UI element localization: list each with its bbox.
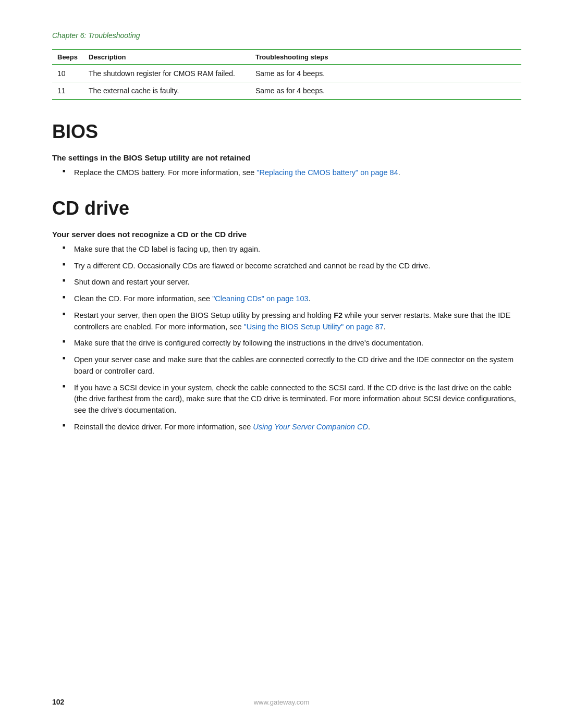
bios-section: BIOS The settings in the BIOS Setup util…: [52, 121, 521, 179]
col-header-beeps: Beeps: [52, 50, 83, 65]
list-item: Try a different CD. Occasionally CDs are…: [63, 261, 521, 272]
beeps-table: Beeps Description Troubleshooting steps …: [52, 49, 521, 100]
table-row: 11The external cache is faulty.Same as f…: [52, 82, 521, 100]
list-item: Replace the CMOS battery. For more infor…: [63, 167, 521, 179]
cleaning-cds-link[interactable]: "Cleaning CDs" on page 103: [212, 294, 308, 303]
bios-setup-utility-link[interactable]: "Using the BIOS Setup Utility" on page 8…: [244, 323, 384, 331]
cd-drive-subsection-heading: Your server does not recognize a CD or t…: [52, 230, 521, 239]
bullet-text: If you have a SCSI device in your system…: [74, 384, 516, 415]
list-item: If you have a SCSI device in your system…: [63, 382, 521, 416]
cd-drive-title: CD drive: [52, 198, 521, 219]
col-header-steps: Troubleshooting steps: [250, 50, 521, 65]
bios-bullet-text-before: Replace the CMOS battery. For more infor…: [74, 168, 256, 177]
cmos-battery-link[interactable]: "Replacing the CMOS battery" on page 84: [256, 168, 398, 177]
table-header-row: Beeps Description Troubleshooting steps: [52, 50, 521, 65]
cd-drive-section: CD drive Your server does not recognize …: [52, 198, 521, 433]
bullet-text-after: .: [384, 323, 386, 331]
chapter-header: Chapter 6: Troubleshooting: [52, 31, 521, 40]
cell-beeps: 10: [52, 65, 83, 82]
bios-subsection-heading: The settings in the BIOS Setup utility a…: [52, 153, 521, 162]
list-item: Reinstall the device driver. For more in…: [63, 422, 521, 433]
bios-title: BIOS: [52, 121, 521, 143]
col-header-description: Description: [83, 50, 250, 65]
list-item: Clean the CD. For more information, see …: [63, 293, 521, 305]
bullet-text-after: .: [368, 423, 370, 431]
cell-description: The external cache is faulty.: [83, 82, 250, 100]
bullet-text-before: Reinstall the device driver. For more in…: [74, 423, 253, 431]
cd-drive-bullet-list: Make sure that the CD label is facing up…: [52, 244, 521, 433]
footer-url: www.gateway.com: [254, 698, 310, 706]
bullet-text-before: Clean the CD. For more information, see: [74, 294, 212, 303]
cell-description: The shutdown register for CMOS RAM faile…: [83, 65, 250, 82]
list-item: Make sure that the CD label is facing up…: [63, 244, 521, 255]
bullet-text: Open your server case and make sure that…: [74, 355, 513, 375]
list-item: Restart your server, then open the BIOS …: [63, 310, 521, 333]
using-your-server-link[interactable]: Using Your Server Companion CD: [253, 423, 368, 431]
bios-bullet-text-after: .: [398, 168, 400, 177]
bios-subsection: The settings in the BIOS Setup utility a…: [52, 153, 521, 179]
cd-drive-subsection: Your server does not recognize a CD or t…: [52, 230, 521, 433]
bullet-text: Try a different CD. Occasionally CDs are…: [74, 262, 430, 270]
cell-steps: Same as for 4 beeps.: [250, 82, 521, 100]
cell-steps: Same as for 4 beeps.: [250, 65, 521, 82]
bullet-text-after: .: [309, 294, 311, 303]
bullet-text: Shut down and restart your server.: [74, 278, 190, 286]
bullet-text: Make sure that the CD label is facing up…: [74, 245, 260, 253]
bullet-text: Make sure that the drive is configured c…: [74, 339, 423, 347]
list-item: Make sure that the drive is configured c…: [63, 338, 521, 349]
page-number: 102: [52, 698, 64, 706]
table-row: 10The shutdown register for CMOS RAM fai…: [52, 65, 521, 82]
cell-beeps: 11: [52, 82, 83, 100]
bios-bullet-list: Replace the CMOS battery. For more infor…: [52, 167, 521, 179]
list-item: Shut down and restart your server.: [63, 277, 521, 288]
list-item: Open your server case and make sure that…: [63, 354, 521, 377]
